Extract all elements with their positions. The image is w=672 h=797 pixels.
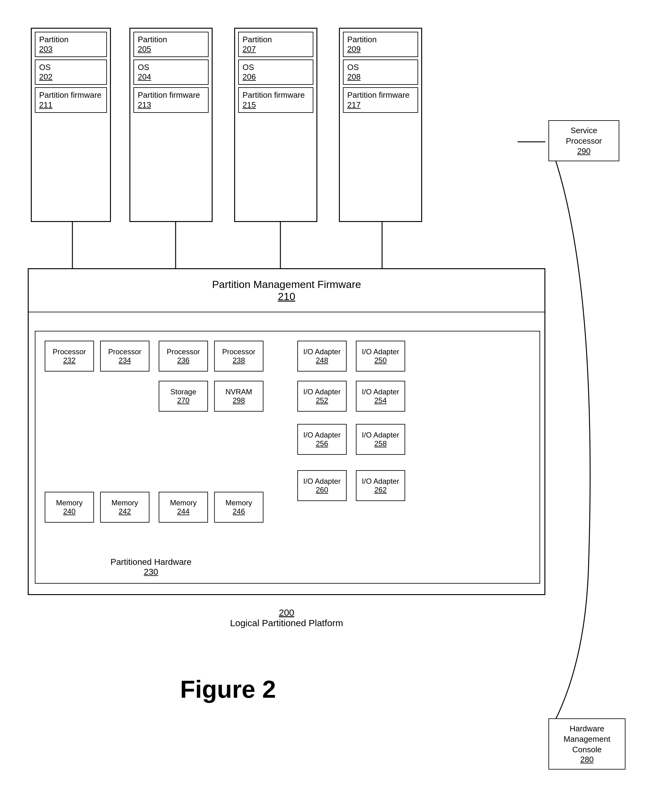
figure-label: Figure 2 <box>74 675 382 704</box>
partition-207-title: Partition 207 <box>238 32 314 57</box>
partition-203-title: Partition 203 <box>35 32 107 57</box>
processor-232: Processor 232 <box>45 341 94 372</box>
io-adapter-258: I/O Adapter 258 <box>356 424 405 455</box>
hardware-box: Processor 232 Processor 234 Processor 23… <box>35 331 540 584</box>
partition-205-title: Partition 205 <box>133 32 209 57</box>
io-adapter-260: I/O Adapter 260 <box>297 470 347 501</box>
io-adapter-248: I/O Adapter 248 <box>297 341 347 372</box>
memory-244: Memory 244 <box>159 492 208 523</box>
partition-205: Partition 205 OS 204 Partition firmware … <box>130 28 213 222</box>
memory-246: Memory 246 <box>214 492 264 523</box>
service-processor: ServiceProcessor 290 <box>549 120 619 161</box>
nvram-298: NVRAM 298 <box>214 381 264 412</box>
io-adapter-254: I/O Adapter 254 <box>356 381 405 412</box>
memory-242: Memory 242 <box>100 492 149 523</box>
diagram-container: Partition 203 OS 202 Partition firmware … <box>12 12 659 783</box>
partition-207-os: OS 206 <box>238 59 314 85</box>
partition-209-title: Partition 209 <box>343 32 418 57</box>
partition-209-os: OS 208 <box>343 59 418 85</box>
processor-236: Processor 236 <box>159 341 208 372</box>
partition-207-fw: Partition firmware 215 <box>238 87 314 112</box>
io-adapter-252: I/O Adapter 252 <box>297 381 347 412</box>
processor-234: Processor 234 <box>100 341 149 372</box>
hmc-box: HardwareManagementConsole 280 <box>549 718 626 770</box>
io-adapter-250: I/O Adapter 250 <box>356 341 405 372</box>
storage-270: Storage 270 <box>159 381 208 412</box>
partition-203: Partition 203 OS 202 Partition firmware … <box>31 28 111 222</box>
partition-205-os: OS 204 <box>133 59 209 85</box>
hardware-label: Partitioned Hardware 230 <box>35 557 267 577</box>
partition-209-fw: Partition firmware 217 <box>343 87 418 112</box>
io-adapter-256: I/O Adapter 256 <box>297 424 347 455</box>
partition-203-os: OS 202 <box>35 59 107 85</box>
memory-240: Memory 240 <box>45 492 94 523</box>
processor-238: Processor 238 <box>214 341 264 372</box>
firmware-banner: Partition Management Firmware 210 <box>29 269 544 312</box>
partition-207: Partition 207 OS 206 Partition firmware … <box>234 28 317 222</box>
partition-205-fw: Partition firmware 213 <box>133 87 209 112</box>
platform-label: 200 Logical Partitioned Platform <box>28 608 546 629</box>
partition-209: Partition 209 OS 208 Partition firmware … <box>339 28 422 222</box>
io-adapter-262: I/O Adapter 262 <box>356 470 405 501</box>
main-platform-box: Partition Management Firmware 210 Proces… <box>28 268 546 595</box>
partition-203-fw: Partition firmware 211 <box>35 87 107 112</box>
